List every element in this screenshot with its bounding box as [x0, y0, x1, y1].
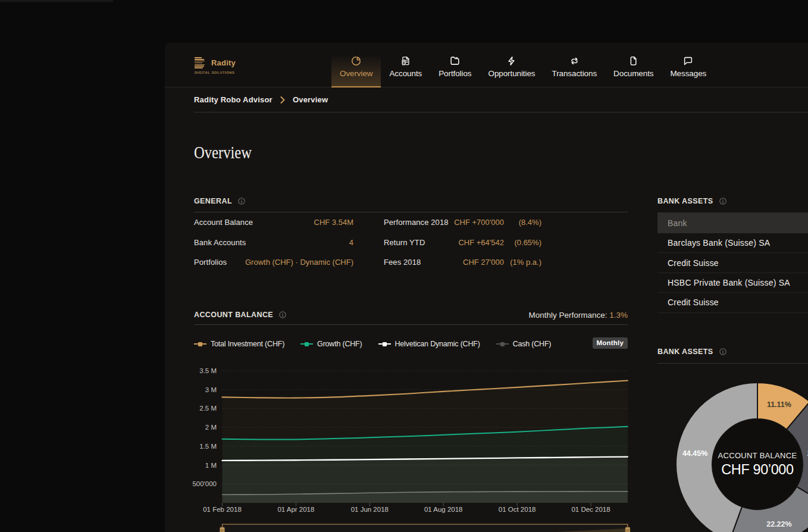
chat-bubble-icon	[682, 55, 694, 67]
performance-value: 1.3%	[609, 311, 628, 320]
y-axis-label: 2.5 M	[199, 405, 217, 412]
nav-item-opportunities[interactable]: Opportunities	[480, 43, 543, 87]
nav-item-messages[interactable]: Messages	[662, 43, 715, 87]
document-icon	[628, 55, 639, 67]
row-value: CHF +700'000	[454, 218, 504, 227]
top-navbar: Radity DIGITAL SOLUTIONS Overview	[165, 43, 808, 87]
row-percent: (8.4%)	[504, 218, 541, 227]
bank-row[interactable]: Credit Suisse	[657, 253, 808, 273]
bank-assets-chart-header: BANK ASSETS	[657, 347, 726, 356]
divider	[657, 363, 808, 364]
x-axis-label: 01 Dec 2018	[571, 506, 610, 513]
row-label: Portfolios	[194, 258, 245, 267]
x-axis-label: 01 Oct 2018	[499, 506, 536, 513]
bank-assets-table: Bank Barclays Bank (Suisse) SA Credit Su…	[657, 212, 808, 313]
chevron-right-icon	[280, 96, 285, 104]
row-label: Performance 2018	[384, 218, 454, 227]
general-left-column: Account Balance CHF 3.54M Bank Accounts …	[194, 212, 353, 272]
radity-logo-icon[interactable]	[195, 57, 205, 68]
navigator-window[interactable]	[223, 524, 628, 532]
y-axis-label: 1 M	[205, 462, 217, 469]
bank-table-header[interactable]: Bank	[657, 212, 808, 233]
y-axis-label: 500'000	[192, 480, 217, 487]
nav-label: Portfolios	[439, 69, 471, 78]
section-title: BANK ASSETS	[657, 197, 713, 205]
table-row: Portfolios Growth (CHF) · Dynamic (CHF)	[194, 252, 353, 272]
table-row: Account Balance CHF 3.54M	[194, 212, 353, 232]
row-label: Account Balance	[194, 218, 314, 227]
navigator-handle[interactable]	[220, 527, 225, 532]
x-axis-label: 01 Apr 2018	[277, 506, 314, 513]
nav-label: Messages	[670, 69, 706, 78]
divider	[194, 112, 808, 112]
row-value: CHF +64'542	[458, 238, 504, 247]
donut-slice-label: 11.11%	[767, 400, 791, 409]
row-label: Bank Accounts	[194, 238, 349, 247]
table-row: Return YTD CHF +64'542 (0.65%)	[384, 232, 541, 252]
row-value: CHF 27'000	[463, 258, 504, 267]
nav-item-overview[interactable]: Overview	[331, 43, 381, 87]
y-axis-label: 2 M	[205, 424, 217, 431]
y-axis-label: 3.5 M	[199, 367, 217, 374]
row-value: Growth (CHF) · Dynamic (CHF)	[245, 258, 353, 267]
bank-assets-list-header: BANK ASSETS	[657, 196, 726, 206]
nav-item-accounts[interactable]: Accounts	[381, 43, 430, 87]
page-title: Overview	[194, 142, 252, 162]
logo-bar	[195, 59, 204, 60]
x-axis-label: 01 Jun 2018	[351, 506, 389, 513]
brand-tagline: DIGITAL SOLUTIONS	[195, 71, 235, 74]
row-label: Fees 2018	[384, 258, 463, 267]
breadcrumb: Radity Robo Advisor Overview	[194, 87, 328, 112]
nav-label: Accounts	[389, 69, 422, 78]
x-axis-label: 01 Aug 2018	[424, 506, 463, 513]
logo-bar	[195, 57, 202, 58]
y-axis-label: 1.5 M	[199, 443, 217, 450]
nav-item-documents[interactable]: Documents	[605, 43, 662, 87]
monthly-performance: Monthly Performance: 1.3%	[528, 311, 628, 320]
x-axis-label: 01 Feb 2018	[203, 506, 242, 513]
folder-icon	[449, 55, 461, 67]
pie-chart-icon	[350, 55, 362, 67]
info-icon[interactable]	[719, 198, 726, 205]
account-balance-chart: 3.5 M3 M2.5 M2 M1.5 M1 M500'00001 Feb 20…	[165, 334, 635, 532]
row-label: Return YTD	[384, 238, 458, 247]
info-icon[interactable]	[238, 198, 245, 205]
breadcrumb-current: Overview	[293, 95, 328, 104]
nav-label: Transactions	[552, 69, 597, 78]
main-nav: Overview Accounts	[331, 43, 715, 87]
brand-name[interactable]: Radity	[211, 58, 236, 67]
bank-row[interactable]: Credit Suisse	[657, 293, 808, 312]
nav-label: Documents	[613, 69, 653, 78]
divider	[194, 324, 628, 325]
donut-center-label: ACCOUNT BALANCE CHF 90’000	[686, 451, 808, 478]
nav-item-portfolios[interactable]: Portfolios	[430, 43, 480, 87]
logo-bar	[195, 65, 204, 67]
general-section-header: GENERAL	[194, 196, 245, 206]
info-icon[interactable]	[719, 348, 726, 355]
y-axis-label: 3 M	[205, 386, 217, 393]
nav-item-transactions[interactable]: Transactions	[543, 43, 605, 87]
donut-center-value: CHF 90’000	[686, 462, 808, 478]
section-title: GENERAL	[194, 197, 232, 205]
row-value: 4	[349, 238, 353, 247]
row-percent: (0.65%)	[504, 238, 541, 247]
donut-center-title: ACCOUNT BALANCE	[686, 451, 808, 460]
section-title: BANK ASSETS	[657, 348, 713, 356]
row-value: CHF 3.54M	[314, 218, 353, 227]
lightning-icon	[506, 55, 517, 67]
general-table: Account Balance CHF 3.54M Bank Accounts …	[194, 212, 628, 272]
breadcrumb-root[interactable]: Radity Robo Advisor	[194, 95, 273, 104]
row-percent: (1% p.a.)	[504, 258, 541, 267]
logo-bar	[195, 62, 202, 64]
section-title: ACCOUNT BALANCE	[194, 311, 273, 319]
table-row: Bank Accounts 4	[194, 232, 353, 252]
table-row: Performance 2018 CHF +700'000 (8.4%)	[384, 212, 541, 232]
bank-row[interactable]: HSBC Private Bank (Suisse) SA	[657, 273, 808, 293]
navigator-handle[interactable]	[625, 527, 630, 532]
bank-row[interactable]: Barclays Bank (Suisse) SA	[657, 233, 808, 253]
info-icon[interactable]	[279, 311, 286, 318]
logo-bar	[195, 61, 205, 62]
general-right-column: Performance 2018 CHF +700'000 (8.4%) Ret…	[384, 212, 541, 272]
account-balance-section-header: ACCOUNT BALANCE Monthly Performance: 1.3…	[194, 310, 628, 320]
swap-arrows-icon	[569, 55, 580, 67]
